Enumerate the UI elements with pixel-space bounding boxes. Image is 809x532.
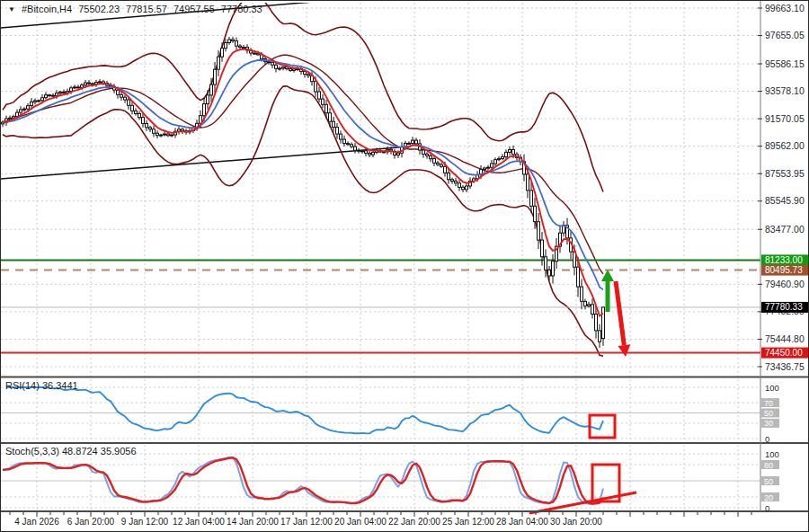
rsi-scale-label: 100 [765,383,779,393]
chart-window: 99663.1097655.0595586.1593578.1091570.05… [0,0,809,532]
support-line-label: 74450.00 [765,348,803,358]
candle-body [541,240,544,257]
stoch-scale-label: 50 [764,477,773,486]
candle-body [333,121,335,127]
sienna-dashed-line-label: 80495.73 [765,265,803,275]
candle-body [322,99,324,104]
chart-canvas[interactable]: 99663.1097655.0595586.1593578.1091570.05… [1,1,809,532]
collapse-ohlc-icon[interactable]: ▼ [8,5,15,13]
candle-body [502,157,504,159]
ma-slow-line [3,60,603,290]
price-tick-label: 73436.75 [765,361,805,372]
candle-body [232,40,235,41]
candle-body [412,140,414,143]
candle-body [286,67,289,69]
candle-body [131,105,134,111]
candle-body [351,145,353,146]
candle-body [160,135,163,136]
candle-body [164,134,166,135]
candle-body [530,191,533,206]
red-down-arrowhead[interactable] [618,344,630,357]
price-tick-label: 79460.90 [765,279,805,289]
candle-body [236,41,238,47]
rsi-scale-label: 30 [764,419,773,428]
candle-body [451,180,454,182]
time-label: 20 Jan 04:00 [334,517,387,527]
candle-body [484,168,486,170]
candle-body [146,123,148,127]
candle-body [422,150,425,154]
candle-body [275,65,278,68]
price-tick-label: 97655.05 [765,30,805,40]
green-up-arrowhead[interactable] [601,270,614,281]
candle-body [426,154,429,155]
time-label: 14 Jan 20:00 [227,517,279,527]
red-down-arrow[interactable] [616,281,624,345]
candle-body [59,92,62,93]
candle-body [584,301,587,306]
candle-body [31,102,33,105]
candle-body [20,110,22,112]
stoch-scale-label: 20 [764,493,773,502]
candle-body [88,83,91,84]
candle-body [253,53,256,54]
time-label: 6 Jan 20:00 [67,517,115,527]
candle-body [358,150,360,151]
candle-body [347,144,350,145]
candle-body [552,262,555,276]
price-tick-label: 87553.95 [765,168,805,179]
candle-body [225,43,227,49]
time-label: 25 Jan 12:00 [442,517,494,527]
candle-body [315,82,317,92]
candle-body [512,150,515,155]
candle-body [509,150,511,153]
candle-body [487,167,490,168]
candle-body [63,92,66,93]
candle-body [289,69,292,71]
candle-body [491,164,493,167]
price-tick-label: 89562.00 [765,140,805,151]
candle-body [433,159,436,164]
candle-body [117,90,120,94]
bollinger-lower-band [3,86,603,356]
channel-trendline-upper[interactable] [1,1,324,28]
bollinger-middle-band [3,55,603,274]
time-label: 4 Jan 2026 [14,517,59,527]
candle-body [538,222,540,240]
candle-body [369,153,371,155]
time-label: 28 Jan 04:00 [496,517,548,527]
candle-body [577,267,580,287]
candle-body [444,166,447,173]
candle-body [268,62,271,63]
candle-body [207,95,209,104]
candle-body [34,101,37,102]
bollinger-upper-band [3,1,603,192]
candle-body [38,101,40,102]
stoch-scale-label: 0 [765,503,769,513]
candle-body [74,87,76,88]
candle-body [56,93,58,96]
candle-body [239,46,242,48]
candle-body [505,152,508,156]
candle-body [203,104,206,116]
candle-body [365,151,368,154]
candle-body [448,173,450,179]
candle-body [41,98,44,101]
rsi-highlight-rect[interactable] [590,415,615,438]
candle-body [138,114,141,118]
candle-body [599,331,601,341]
candle-body [372,152,375,155]
candle-body [156,133,159,136]
candle-body [120,94,123,97]
candle-body [293,69,296,71]
price-tick-label: 99663.10 [765,3,805,13]
time-label: 22 Jan 20:00 [388,517,440,527]
price-tick-label: 95586.15 [765,58,805,69]
candle-body [279,68,281,69]
candle-body [545,257,547,270]
candle-body [602,307,605,339]
candle-body [149,128,152,129]
time-label: 30 Jan 20:00 [550,517,602,527]
candle-body [49,95,51,96]
stoch-scale-label: 100 [765,449,779,459]
